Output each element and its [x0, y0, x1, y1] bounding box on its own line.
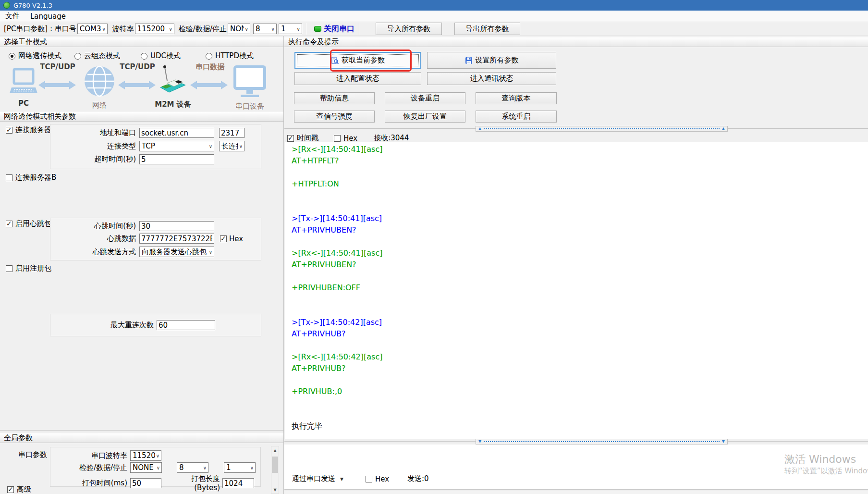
reconnect-label: 最大重连次数	[50, 321, 154, 330]
scroll-up-icon[interactable]: ▲	[271, 446, 279, 454]
radio-httpd-mode[interactable]: HTTPD模式	[206, 51, 254, 61]
conn-mode-select[interactable]: 长连接∨	[219, 141, 245, 151]
chevron-down-icon: ∨	[155, 453, 161, 458]
log-line: +PRIVHUB:,0	[292, 386, 868, 397]
config-panel: 选择工作模式 网络透传模式 云组态模式 UDC模式 HTTPD模式 TCP/UD…	[0, 36, 284, 494]
global-stopbits-select[interactable]: 1∨	[224, 462, 256, 473]
stopbits-select[interactable]: 1∨	[279, 24, 302, 34]
net-params-header: 网络透传模式相关参数	[0, 111, 283, 122]
hb-time-input[interactable]	[139, 221, 214, 231]
baud-select[interactable]: 115200∨	[135, 24, 174, 34]
serial-group-label: 串口参数	[18, 450, 47, 459]
factory-reset-button[interactable]: 恢复出厂设置	[385, 111, 465, 123]
help-info-button[interactable]: 帮助信息	[294, 92, 375, 104]
radio-label: UDC模式	[150, 51, 181, 61]
enter-config-state-button[interactable]: 进入配置状态	[294, 72, 421, 85]
chevron-down-icon: ∨	[208, 249, 214, 255]
radio-icon[interactable]	[141, 53, 147, 60]
radio-label: HTTPD模式	[215, 51, 254, 61]
com-port-select[interactable]: COM3∨	[77, 24, 108, 34]
reconnect-input[interactable]	[157, 320, 215, 330]
timestamp-label: 时间戳	[297, 134, 318, 143]
global-databits-select[interactable]: 8∨	[177, 462, 208, 473]
pack-len-input[interactable]	[222, 478, 254, 488]
splitter-dots	[484, 441, 720, 442]
dropdown-arrow-icon[interactable]: ▼	[340, 477, 343, 482]
advanced-checkbox[interactable]: ✓	[7, 486, 14, 493]
radio-icon[interactable]	[74, 53, 81, 60]
scroll-down-icon[interactable]: ▼	[271, 486, 279, 494]
get-current-params-label: 获取当前参数	[342, 56, 385, 65]
radio-icon[interactable]	[9, 53, 15, 60]
log-line: >[Tx->][14:50:42][asc]	[292, 317, 868, 328]
reconnect-group: 最大重连次数	[50, 314, 261, 336]
server-b-checkbox[interactable]: ✓	[6, 174, 12, 181]
register-checkbox-row[interactable]: ✓ 启用注册包	[6, 264, 51, 273]
radio-cloud-mode[interactable]: 云组态模式	[74, 51, 120, 61]
sent-counter: 发送:0	[407, 474, 429, 483]
log-line: +PRIVHUBEN:OFF	[292, 282, 868, 294]
log-line: 执行完毕	[292, 420, 868, 432]
log-line: AT+PRIVHUB?	[292, 363, 868, 374]
send-hex-checkbox[interactable]: ✓	[366, 476, 372, 482]
global-parity-select[interactable]: NONE∨	[130, 462, 162, 473]
export-params-button[interactable]: 导出所有参数	[454, 23, 520, 35]
parity-select[interactable]: NONI∨	[228, 24, 250, 34]
log-line	[292, 190, 868, 201]
triangle-up-icon: ▲	[722, 127, 725, 131]
send-section: 通过串口发送 ▼ ✓ Hex 发送:0 激活 Windows 转到“设置”以激活…	[284, 445, 868, 489]
pack-time-input[interactable]	[130, 478, 161, 488]
log-line	[292, 397, 868, 409]
log-line: >[Rx<-][14:50:41][asc]	[292, 144, 868, 155]
parity-label: 检验/数据/停止	[179, 25, 227, 34]
query-signal-button[interactable]: 查信号强度	[294, 111, 375, 123]
hb-data-input[interactable]	[139, 234, 214, 244]
radio-icon[interactable]	[206, 53, 212, 60]
conn-type-select[interactable]: TCP∨	[139, 141, 214, 151]
hb-hex-checkbox[interactable]: ✓	[220, 235, 227, 242]
server-a-checkbox[interactable]: ✓	[6, 127, 12, 134]
query-version-button[interactable]: 查询版本	[476, 92, 557, 104]
close-port-button[interactable]: 关闭串口	[324, 24, 355, 34]
device-reboot-button[interactable]: 设备重启	[385, 92, 465, 104]
get-current-params-button[interactable]: 获取当前参数	[294, 52, 421, 69]
network-node-label: 网络	[83, 101, 116, 110]
splitter-collapse-bottom[interactable]: ▼ ▼	[476, 439, 728, 445]
log-area[interactable]: >[Rx<-][14:50:41][asc]AT+HTPFLT? +HTPFLT…	[285, 142, 868, 439]
send-via-dropdown[interactable]: 通过串口发送	[292, 474, 335, 483]
title-bar: G780 V2.1.3	[0, 0, 868, 11]
link-label: TCP/UDP	[118, 62, 157, 71]
menu-file[interactable]: 文件	[0, 11, 25, 22]
timestamp-checkbox[interactable]: ✓	[287, 135, 294, 142]
system-reboot-button[interactable]: 系统重启	[476, 111, 557, 123]
server-b-checkbox-row[interactable]: ✓ 连接服务器B	[6, 173, 56, 182]
server-port-input[interactable]	[219, 128, 245, 138]
radio-net-transparent-mode[interactable]: 网络透传模式	[9, 51, 61, 61]
hb-mode-select[interactable]: 向服务器发送心跳包∨	[139, 247, 214, 257]
addr-port-label: 地址和端口	[50, 128, 136, 137]
register-checkbox[interactable]: ✓	[6, 265, 12, 272]
radio-udc-mode[interactable]: UDC模式	[141, 51, 181, 61]
log-line	[292, 201, 868, 213]
register-label: 启用注册包	[15, 264, 51, 273]
heartbeat-checkbox[interactable]: ✓	[6, 221, 12, 227]
pack-time-label: 打包时间(ms)	[50, 479, 127, 488]
global-params-scrollbar[interactable]: ▲ ▼	[271, 446, 279, 494]
set-all-params-button[interactable]: 设置所有参数	[427, 52, 556, 69]
log-line: >[Rx<-][14:50:42][asc]	[292, 351, 868, 363]
menu-language[interactable]: Language	[25, 11, 71, 22]
scrollbar-thumb[interactable]	[272, 457, 278, 473]
advanced-checkbox-row[interactable]: ✓ 高级	[7, 485, 31, 494]
splitter-collapse-top[interactable]: ▲ ▲	[476, 126, 728, 132]
enter-comm-state-button[interactable]: 进入通讯状态	[427, 72, 556, 85]
timeout-input[interactable]	[139, 154, 214, 164]
server-address-input[interactable]	[139, 128, 214, 138]
log-hex-checkbox[interactable]: ✓	[334, 135, 341, 142]
databits-select[interactable]: 8∨	[253, 24, 277, 34]
global-baud-select[interactable]: 115200∨	[130, 450, 161, 461]
heartbeat-checkbox-row[interactable]: ✓ 启用心跳包	[6, 219, 51, 228]
log-line	[292, 271, 868, 282]
pc-serial-label: [PC串口参数] : 串口号	[4, 25, 76, 34]
import-params-button[interactable]: 导入所有参数	[376, 23, 442, 35]
server-a-checkbox-row[interactable]: ✓ 连接服务器A	[6, 125, 56, 135]
